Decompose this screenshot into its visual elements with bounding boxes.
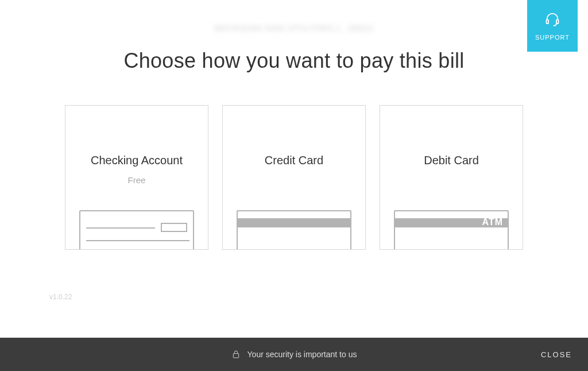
close-button[interactable]: CLOSE — [541, 350, 572, 359]
option-checking-account[interactable]: Checking Account Free — [65, 105, 208, 250]
option-label: Debit Card — [424, 154, 479, 167]
option-credit-card[interactable]: Credit Card — [222, 105, 366, 250]
biller-name: MICHIGAN GAS UTILITIES (...0001) — [0, 23, 588, 33]
credit-card-icon — [237, 210, 351, 250]
option-label: Credit Card — [265, 154, 323, 167]
option-label: Checking Account — [91, 154, 183, 167]
page-title: Choose how you want to pay this bill — [0, 49, 588, 73]
svg-rect-2 — [233, 354, 238, 358]
debit-card-icon: ATM — [394, 210, 509, 250]
payment-method-dialog: SUPPORT MICHIGAN GAS UTILITIES (...0001)… — [0, 0, 588, 371]
payment-options: Checking Account Free Credit Card Debit … — [0, 105, 588, 250]
lock-icon — [231, 349, 241, 360]
check-icon — [79, 210, 194, 250]
security-text: Your security is important to us — [247, 350, 357, 359]
version-label: v1.0.22 — [49, 293, 72, 301]
footer-bar: Your security is important to us CLOSE — [0, 338, 588, 371]
support-label: SUPPORT — [535, 34, 570, 41]
option-sublabel: Free — [128, 175, 146, 185]
header: MICHIGAN GAS UTILITIES (...0001) Choose … — [0, 0, 588, 73]
option-debit-card[interactable]: Debit Card ATM — [380, 105, 523, 250]
atm-label: ATM — [482, 217, 503, 227]
